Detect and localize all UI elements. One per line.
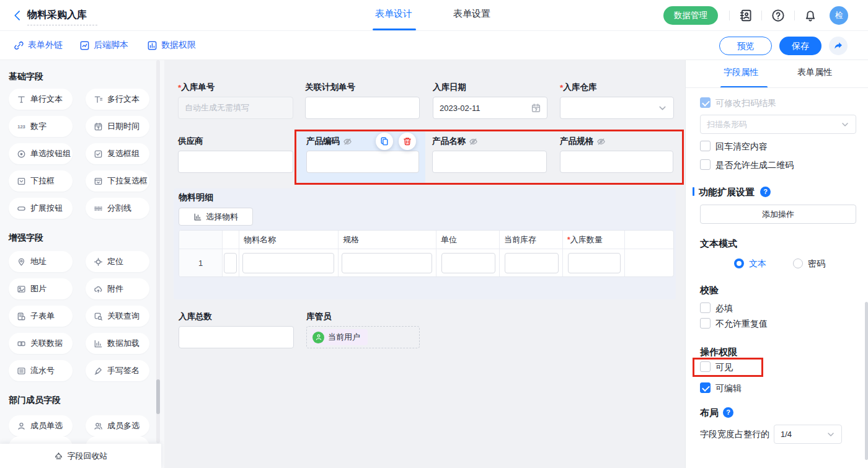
field-item-成员单选[interactable]: 成员单选 <box>9 415 73 436</box>
subform-material-detail[interactable]: 物料明细 选择物料 物料名称 规格 单位 当前库存 *入库数量 1 <box>174 188 676 299</box>
editable-checkbox[interactable] <box>700 382 711 393</box>
sign-icon <box>94 366 103 376</box>
field-item-下拉复选框[interactable]: 下拉复选框 <box>86 170 149 192</box>
field-item-多行文本[interactable]: 多行文本 <box>86 89 149 110</box>
subform-cell-input[interactable] <box>342 253 432 273</box>
calendar-icon <box>94 122 103 131</box>
help-circle-icon[interactable]: ? <box>760 187 771 197</box>
warehouse-select[interactable] <box>560 97 674 119</box>
help-circle-icon[interactable]: ? <box>723 407 733 418</box>
supplier-input[interactable] <box>178 151 293 173</box>
clear-on-enter-checkbox[interactable] <box>700 141 711 151</box>
field-item-数据加载[interactable]: 数据加载 <box>86 333 149 354</box>
subform-cell-input[interactable] <box>441 253 495 273</box>
field-library-sidebar: 基础字段 单行文本多行文本123数字日期时间单选按钮组复选框组下拉框下拉复选框扩… <box>0 60 164 468</box>
notification-bell-icon[interactable] <box>804 9 817 22</box>
field-date[interactable]: 入库日期 2023-02-11 <box>433 82 547 119</box>
panel-scrollbar-thumb[interactable] <box>865 302 868 460</box>
avatar[interactable]: 检 <box>830 6 848 25</box>
data-permission-link[interactable]: 数据权限 <box>147 40 196 51</box>
subform-table: 物料名称 规格 单位 当前库存 *入库数量 1 <box>179 230 674 277</box>
field-item-单行文本[interactable]: 单行文本 <box>9 89 73 110</box>
field-item-扩展按钮[interactable]: 扩展按钮 <box>9 198 73 219</box>
field-item-定位[interactable]: 定位 <box>86 251 149 272</box>
field-item-成员多选[interactable]: 成员多选 <box>86 415 149 436</box>
help-icon[interactable] <box>771 9 785 22</box>
field-receipt-no[interactable]: *入库单号 自动生成无需填写 <box>178 82 293 119</box>
save-button[interactable]: 保存 <box>779 37 822 55</box>
field-item-日期时间[interactable]: 日期时间 <box>86 116 149 137</box>
unique-checkbox[interactable] <box>700 318 711 329</box>
backend-script-link[interactable]: 后端脚本 <box>79 40 128 51</box>
image-icon <box>17 285 26 294</box>
current-user-tag[interactable]: 当前用户 <box>310 329 368 345</box>
form-external-link[interactable]: 表单外链 <box>14 40 63 51</box>
field-item-流水号[interactable]: 流水号 <box>9 360 73 381</box>
field-item-关联查询[interactable]: 关联查询 <box>86 306 149 327</box>
chevron-down-icon <box>840 120 850 130</box>
radio-password[interactable] <box>793 258 803 268</box>
tlines-icon <box>94 95 103 104</box>
field-item-地址[interactable]: 地址 <box>9 251 73 272</box>
subform-cell-input-partial[interactable] <box>224 253 237 273</box>
field-recycle-bin[interactable]: 字段回收站 <box>0 444 161 468</box>
dropdown-icon <box>17 177 26 186</box>
radio-text[interactable] <box>734 258 744 268</box>
total-input[interactable] <box>179 326 294 348</box>
pin-icon <box>17 257 26 267</box>
scan-type-select[interactable]: 扫描条形码 <box>700 115 856 134</box>
calendar-icon <box>531 103 541 113</box>
tline-icon <box>17 95 26 104</box>
field-plan-no[interactable]: 关联计划单号 <box>305 82 420 119</box>
user-avatar-icon <box>312 332 324 343</box>
field-item-附件[interactable]: 附件 <box>86 278 149 299</box>
tab-field-properties[interactable]: 字段属性 <box>724 67 758 78</box>
field-item-分割线[interactable]: 分割线 <box>86 198 149 219</box>
field-item-关联数据[interactable]: 关联数据 <box>9 333 73 354</box>
sidebar-scrollbar-thumb[interactable] <box>156 379 160 414</box>
link-icon <box>14 40 24 51</box>
field-width-label: 字段宽度占整行的 <box>700 429 769 440</box>
qrcode-checkbox[interactable] <box>700 159 711 170</box>
field-item-手写签名[interactable]: 手写签名 <box>86 360 149 381</box>
section-title-member: 部门成员字段 <box>9 395 61 406</box>
field-warehouse[interactable]: *入库仓库 <box>560 82 674 119</box>
scan-result-checkbox[interactable] <box>700 97 711 108</box>
field-item-单选按钮组[interactable]: 单选按钮组 <box>9 143 73 164</box>
app-header: 物料采购入库 表单设计 表单设置 数据管理 检 <box>0 0 868 31</box>
field-item-复选框组[interactable]: 复选框组 <box>86 143 149 164</box>
tab-form-settings[interactable]: 表单设置 <box>453 8 490 20</box>
subform-cell-input[interactable] <box>568 253 621 273</box>
add-action-button[interactable]: 添加操作 <box>700 205 856 224</box>
back-button[interactable] <box>11 9 24 22</box>
field-keeper[interactable]: 库管员 当前用户 <box>306 312 420 348</box>
subform-cell-input[interactable] <box>242 253 334 273</box>
required-checkbox[interactable] <box>700 302 711 313</box>
select-material-button[interactable]: 选择物料 <box>179 208 253 226</box>
keeper-input[interactable]: 当前用户 <box>306 326 420 348</box>
recycle-icon <box>54 451 63 461</box>
field-item-子表单[interactable]: 子表单 <box>9 306 73 327</box>
data-manage-button[interactable]: 数据管理 <box>663 6 718 25</box>
date-input[interactable]: 2023-02-11 <box>433 97 547 119</box>
linkquery-icon <box>94 312 103 321</box>
locate-icon <box>94 257 103 267</box>
form-title[interactable]: 物料采购入库 <box>27 9 87 22</box>
preview-button[interactable]: 预览 <box>719 37 772 55</box>
field-item-数字[interactable]: 123数字 <box>9 116 73 137</box>
subform-cell-input[interactable] <box>505 253 559 273</box>
field-width-select[interactable]: 1/4 <box>774 425 842 444</box>
chart-icon <box>94 339 103 348</box>
field-total[interactable]: 入库总数 <box>179 312 294 348</box>
field-item-下拉框[interactable]: 下拉框 <box>9 170 73 192</box>
subform-icon <box>17 312 26 321</box>
field-supplier[interactable]: 供应商 <box>178 136 293 173</box>
tab-form-design[interactable]: 表单设计 <box>375 8 412 20</box>
share-button[interactable] <box>829 37 848 55</box>
user-icon <box>17 422 26 431</box>
tab-form-properties[interactable]: 表单属性 <box>797 67 832 78</box>
contacts-icon[interactable] <box>739 9 753 22</box>
plan-no-input[interactable] <box>305 97 420 119</box>
receipt-no-input[interactable]: 自动生成无需填写 <box>178 97 293 119</box>
field-item-图片[interactable]: 图片 <box>9 278 73 299</box>
